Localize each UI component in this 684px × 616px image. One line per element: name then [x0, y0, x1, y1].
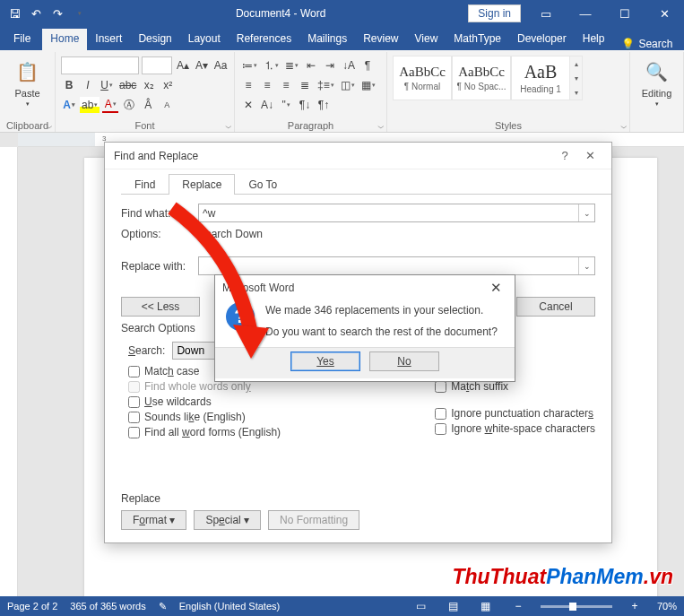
smaller-icon[interactable]: A: [159, 97, 175, 113]
line-spacing-icon[interactable]: ‡≡: [316, 77, 336, 93]
tab-review[interactable]: Review: [355, 29, 406, 50]
yes-button[interactable]: Yes: [290, 351, 360, 371]
dialog-help-icon[interactable]: ?: [552, 149, 577, 162]
show-marks-icon[interactable]: ¶: [359, 57, 376, 74]
status-proof-icon[interactable]: ✎: [159, 601, 167, 612]
tab-help[interactable]: Help: [575, 29, 613, 50]
paste-button[interactable]: 📋 Paste ▾: [5, 56, 49, 109]
font-name-combo[interactable]: [61, 56, 139, 74]
character-border-icon[interactable]: Ⓐ: [121, 97, 137, 113]
tab-file[interactable]: File: [2, 29, 42, 50]
find-what-input[interactable]: ^w⌄: [198, 204, 595, 222]
align-left-icon[interactable]: ≡: [240, 77, 256, 93]
cancel-button[interactable]: Cancel: [516, 297, 595, 317]
autosave-icon[interactable]: 🖫: [5, 4, 23, 22]
font-size-combo[interactable]: [142, 56, 172, 74]
msgbox-close-icon[interactable]: ✕: [484, 280, 507, 296]
status-page[interactable]: Page 2 of 2: [7, 601, 57, 612]
para-dir-icon[interactable]: ": [278, 97, 294, 113]
editing-button[interactable]: 🔍 Editing ▾: [636, 56, 678, 109]
styles-gallery[interactable]: AaBbCc¶ Normal AaBbCc¶ No Spac... AaBHea…: [393, 56, 624, 100]
numbering-icon[interactable]: ⒈: [262, 57, 281, 74]
justify-icon[interactable]: ≣: [297, 77, 313, 93]
fr-tab-goto[interactable]: Go To: [235, 174, 290, 195]
fr-tab-find[interactable]: Find: [121, 174, 169, 195]
minimize-icon[interactable]: —: [566, 0, 605, 27]
superscript-button[interactable]: x²: [160, 77, 176, 93]
tell-me[interactable]: 💡Search: [612, 38, 681, 50]
tab-developer[interactable]: Developer: [509, 29, 575, 50]
tab-home[interactable]: Home: [42, 29, 87, 50]
borders-icon[interactable]: ▦: [359, 77, 377, 93]
chevron-down-icon[interactable]: ⌄: [578, 204, 594, 221]
strike-button[interactable]: abc: [117, 77, 138, 93]
style-normal[interactable]: AaBbCc¶ Normal: [393, 56, 452, 100]
dialog-title: Find and Replace: [114, 150, 198, 162]
underline-button[interactable]: U: [99, 77, 115, 93]
font-color-icon[interactable]: A: [102, 97, 118, 113]
redo-icon[interactable]: ↷: [48, 4, 66, 22]
multilevel-icon[interactable]: ≣: [283, 57, 300, 74]
style-heading1[interactable]: AaBHeading 1: [511, 56, 570, 100]
view-print-icon[interactable]: ▤: [444, 600, 463, 612]
zoom-level[interactable]: 70%: [657, 601, 677, 612]
sounds-like-check[interactable]: Sounds like (English): [128, 411, 281, 423]
tab-mathtype[interactable]: MathType: [446, 29, 509, 50]
view-web-icon[interactable]: ▦: [476, 600, 496, 612]
decrease-indent-icon[interactable]: ⇤: [303, 57, 319, 74]
para-x-icon[interactable]: ✕: [240, 97, 256, 113]
tab-insert[interactable]: Insert: [87, 29, 130, 50]
increase-indent-icon[interactable]: ⇥: [322, 57, 338, 74]
ignore-ws-check[interactable]: Ignore white-space characters: [435, 422, 595, 435]
status-words[interactable]: 365 of 365 words: [70, 601, 145, 612]
less-button[interactable]: << Less: [121, 297, 200, 317]
grow-font-icon[interactable]: A▴: [175, 57, 191, 74]
vertical-ruler[interactable]: [0, 147, 18, 596]
style-nospacing[interactable]: AaBbCc¶ No Spac...: [452, 56, 511, 100]
format-button[interactable]: Format ▾: [121, 510, 186, 530]
no-button[interactable]: No: [369, 351, 439, 371]
zoom-slider[interactable]: [541, 605, 612, 608]
chevron-down-icon[interactable]: ⌄: [578, 257, 594, 274]
shrink-font-icon[interactable]: A▾: [194, 57, 210, 74]
styles-more-icon[interactable]: ▴▾▾: [570, 56, 583, 100]
italic-button[interactable]: I: [80, 77, 96, 93]
signin-button[interactable]: Sign in: [468, 4, 521, 22]
dialog-close-icon[interactable]: ✕: [577, 149, 602, 162]
para-a-icon[interactable]: A↓: [259, 97, 275, 113]
bold-button[interactable]: B: [61, 77, 77, 93]
wildcards-check[interactable]: Use wildcards: [128, 395, 281, 408]
zoom-in-icon[interactable]: +: [625, 600, 645, 612]
larger-icon[interactable]: Â: [140, 97, 156, 113]
match-suffix-check[interactable]: Match suffix: [435, 380, 595, 393]
ribbon-display-icon[interactable]: ▭: [526, 0, 566, 27]
tab-layout[interactable]: Layout: [180, 29, 229, 50]
tab-view[interactable]: View: [407, 29, 446, 50]
replace-with-input[interactable]: ⌄: [198, 256, 595, 275]
tab-references[interactable]: References: [229, 29, 299, 50]
text-effects-icon[interactable]: A: [61, 97, 77, 113]
zoom-out-icon[interactable]: −: [508, 600, 528, 612]
special-button[interactable]: Special ▾: [194, 510, 261, 530]
para-pilcrow2-icon[interactable]: ¶↑: [316, 97, 332, 113]
tab-design[interactable]: Design: [130, 29, 179, 50]
para-pilcrow-icon[interactable]: ¶↓: [297, 97, 313, 113]
view-read-icon[interactable]: ▭: [411, 600, 431, 612]
highlight-icon[interactable]: ab: [80, 97, 100, 113]
subscript-button[interactable]: x₂: [141, 77, 157, 93]
fr-tab-replace[interactable]: Replace: [169, 174, 235, 195]
sort-icon[interactable]: ↓A: [341, 57, 357, 74]
ignore-punct-check[interactable]: Ignore punctuation characters: [435, 407, 595, 420]
maximize-icon[interactable]: ☐: [605, 0, 645, 27]
change-case-icon[interactable]: Aa: [212, 57, 229, 74]
align-right-icon[interactable]: ≡: [278, 77, 294, 93]
qat-customize-icon[interactable]: [70, 4, 88, 22]
close-icon[interactable]: ✕: [645, 0, 684, 27]
align-center-icon[interactable]: ≡: [259, 77, 275, 93]
word-forms-check[interactable]: Find all word forms (English): [128, 426, 281, 438]
bullets-icon[interactable]: ≔: [240, 57, 259, 74]
tab-mailings[interactable]: Mailings: [299, 29, 355, 50]
status-language[interactable]: English (United States): [179, 601, 281, 612]
shading-icon[interactable]: ◫: [339, 77, 357, 93]
undo-icon[interactable]: ↶: [27, 4, 45, 22]
